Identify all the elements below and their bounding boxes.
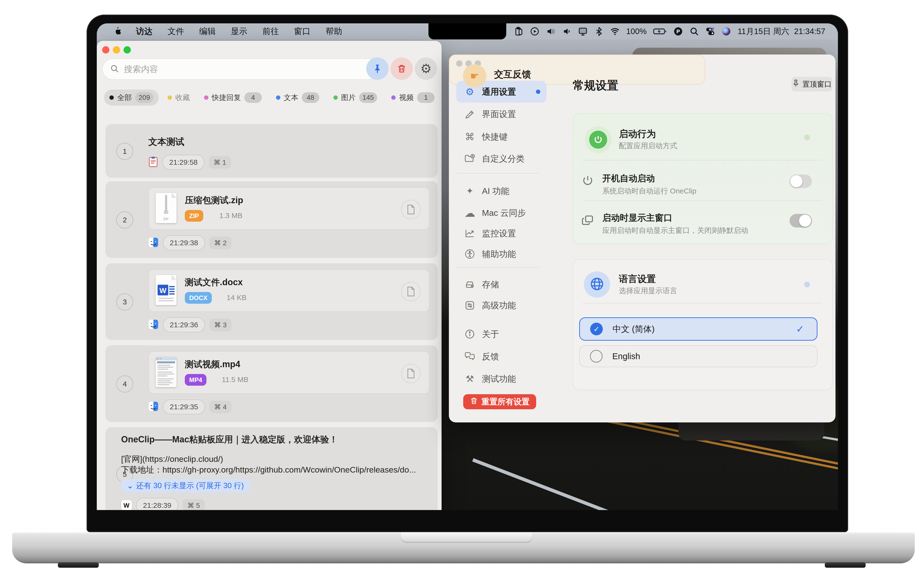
folder-plus-icon	[464, 154, 475, 164]
pin-button[interactable]	[366, 58, 389, 80]
control-center-icon[interactable]	[705, 26, 715, 36]
radio-unselected-icon	[590, 350, 602, 362]
zoom-button[interactable]	[124, 46, 131, 53]
file-size: 14 KB	[227, 293, 247, 302]
bluetooth-icon[interactable]	[594, 26, 604, 36]
reset-all-settings-button[interactable]: 重置所有设置	[463, 394, 536, 409]
card-divider	[583, 303, 822, 303]
clipboard-item-1[interactable]: 1 文本测试 21:29:58 ⌘ 1	[106, 124, 438, 178]
accessibility-icon	[464, 249, 475, 259]
sidebar-item-feedback[interactable]: 反馈	[456, 346, 547, 367]
sidebar-item-accessibility[interactable]: 辅助功能	[456, 243, 547, 265]
clipboard-status-icon[interactable]	[514, 26, 523, 36]
menu-window[interactable]: 窗口	[286, 26, 318, 37]
card-title: 语言设置	[619, 273, 656, 285]
filter-favorites[interactable]: 收藏	[162, 89, 195, 106]
filter-quick-reply[interactable]: 快捷回复 4	[199, 89, 267, 106]
clipboard-item-2[interactable]: 2 ZIP 压缩包测试.zip ZIP 1.3 MB 21:29:38 ⌘ 2	[106, 181, 438, 258]
spotlight-search-icon[interactable]	[689, 26, 699, 36]
sidebar-item-custom-category[interactable]: 自定义分类	[456, 148, 547, 170]
search-input[interactable]	[124, 64, 343, 74]
wifi-icon[interactable]	[610, 26, 620, 36]
sidebar-label: 界面设置	[482, 109, 516, 120]
sidebar-item-advanced[interactable]: 高级功能	[456, 294, 547, 316]
clipboard-item-5[interactable]: 5 OneClip——Mac粘贴板应用｜进入稳定版，欢迎体验！ [官网](htt…	[106, 427, 438, 510]
filter-label: 快捷回复	[212, 93, 241, 103]
file-card[interactable]: ZIP 压缩包测试.zip ZIP 1.3 MB	[148, 187, 430, 230]
settings-gear-button[interactable]: ⚙	[415, 58, 437, 80]
filter-all[interactable]: 全部 209	[104, 89, 159, 106]
hand-icon: ☛	[470, 70, 479, 82]
startup-behavior-card: 启动行为 配置应用启动方式 开机自动启动 系统启动时自动运行 OneClip 启…	[573, 113, 833, 244]
sidebar-divider	[456, 173, 539, 174]
menu-file[interactable]: 文件	[160, 26, 191, 37]
menu-app-name[interactable]: 访达	[129, 26, 160, 37]
file-card[interactable]: W 测试文件.docx DOCX 14 KB	[148, 269, 430, 312]
hammer-icon: ⚒	[464, 374, 475, 384]
open-file-icon[interactable]	[401, 200, 421, 219]
sidebar-item-shortcuts[interactable]: ⌘ 快捷键	[456, 126, 547, 148]
close-button[interactable]	[102, 46, 109, 53]
apple-logo-icon[interactable]	[107, 26, 129, 36]
filter-images[interactable]: 图片 145	[328, 89, 383, 106]
item-title: 文本测试	[148, 136, 184, 148]
filter-chip-row: 全部 209 收藏 快捷回复 4 文本 48	[104, 89, 440, 106]
menu-go[interactable]: 前往	[255, 26, 286, 37]
language-option-english[interactable]: English	[579, 345, 817, 367]
playback-status-icon[interactable]	[530, 26, 540, 36]
lid-groove	[400, 532, 533, 543]
menu-edit[interactable]: 编辑	[191, 26, 223, 37]
open-file-icon[interactable]	[401, 282, 421, 301]
file-type-badge: MP4	[185, 374, 206, 385]
check-icon: ✓	[796, 323, 804, 334]
sidebar-item-interface[interactable]: 界面设置	[456, 103, 547, 125]
item-text-line: OneClip——Mac粘贴板应用｜进入稳定版，欢迎体验！	[121, 433, 338, 445]
search-bar[interactable]	[102, 58, 378, 80]
menu-help[interactable]: 帮助	[318, 26, 350, 37]
expand-more-button[interactable]: ⌄ 还有 30 行未显示 (可展开 30 行)	[121, 479, 250, 493]
item-index: 1	[116, 143, 133, 160]
language-settings-card: 语言设置 选择应用显示语言 ✓ 中文 (简体) ✓ English	[573, 259, 833, 390]
sidebar-item-ai[interactable]: ✦ AI 功能	[456, 180, 547, 202]
clipboard-source-icon	[148, 157, 158, 168]
siri-icon[interactable]	[721, 26, 731, 36]
option-label: 中文 (简体)	[612, 323, 655, 335]
menu-view[interactable]: 显示	[223, 26, 255, 37]
sidebar-item-test-features[interactable]: ⚒ 测试功能	[456, 368, 547, 390]
item-index: 4	[116, 376, 133, 392]
minimize-button[interactable]	[113, 46, 120, 53]
sidebar-item-about[interactable]: 关于	[456, 323, 547, 345]
clipboard-item-3[interactable]: 3 W 测试文件.docx DOCX 14 KB 21:29:36 ⌘ 3	[106, 263, 438, 340]
filter-videos[interactable]: 视频 1	[386, 89, 440, 106]
menu-bar-left: 访达 文件 编辑 显示 前往 窗口 帮助	[97, 26, 350, 37]
clipboard-item-4[interactable]: 4 测试视频.mp4 MP4 11.5 MB 21:29:35 ⌘ 4	[106, 345, 438, 422]
app-p-status-icon[interactable]: P	[673, 26, 683, 36]
command-icon: ⌘	[464, 131, 475, 142]
language-option-chinese[interactable]: ✓ 中文 (简体) ✓	[579, 317, 817, 341]
show-main-window-toggle[interactable]	[790, 214, 812, 228]
close-button[interactable]	[456, 60, 462, 67]
item-time: 21:29:35	[163, 399, 205, 414]
battery-icon[interactable]	[653, 26, 667, 36]
volume-icon[interactable]	[546, 26, 556, 36]
sidebar-item-monitoring[interactable]: 监控设置	[456, 222, 547, 244]
video-thumbnail	[156, 357, 177, 387]
file-card[interactable]: 测试视频.mp4 MP4 11.5 MB	[148, 351, 430, 394]
menu-time[interactable]: 21:34:57	[794, 27, 825, 36]
sidebar-item-cloud-sync[interactable]: ☁ Mac 云同步	[456, 202, 547, 224]
sidebar-label: 关于	[482, 329, 499, 340]
radio-selected-icon: ✓	[590, 323, 603, 335]
filter-text[interactable]: 文本 48	[271, 89, 325, 106]
file-size: 1.3 MB	[219, 212, 243, 220]
filter-count: 48	[302, 92, 319, 103]
launch-at-login-toggle[interactable]	[790, 174, 812, 188]
menu-bar-status: 100% P 11月15日 周六 21:34:57	[514, 26, 838, 37]
display-icon[interactable]	[578, 26, 588, 36]
sidebar-item-storage[interactable]: 存储	[456, 273, 547, 295]
keyboard-volume-icon[interactable]	[562, 26, 572, 36]
clear-history-button[interactable]	[391, 58, 413, 80]
pin-window-button[interactable]: 置顶窗口	[792, 77, 832, 91]
open-file-icon[interactable]	[401, 364, 421, 383]
menu-date[interactable]: 11月15日 周六	[738, 26, 789, 37]
zip-thumbnail: ZIP	[156, 193, 177, 223]
